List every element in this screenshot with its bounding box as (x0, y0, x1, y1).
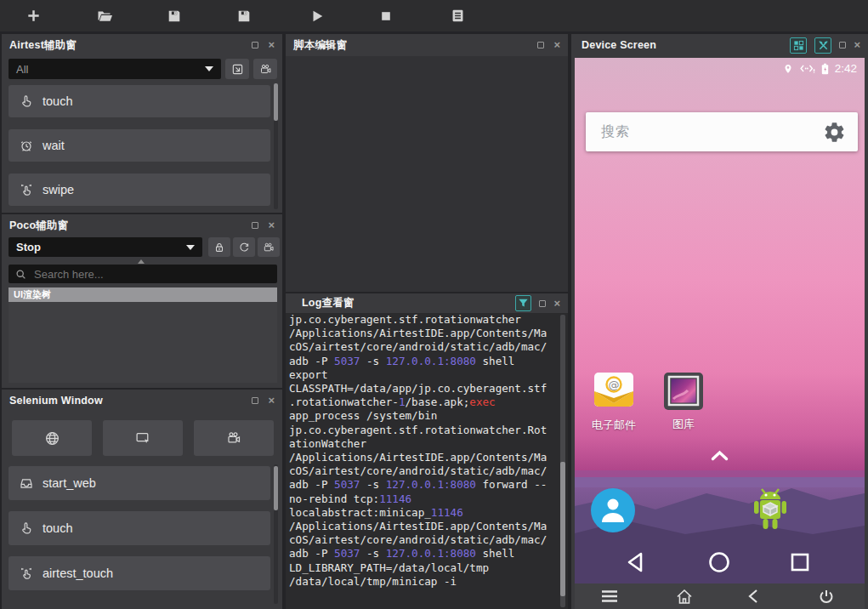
log-line: adb -P 5037 -s 127.0.0.1:8080 forward -- (289, 478, 558, 492)
selenium-action-touch[interactable]: touch (9, 511, 270, 545)
poco-mode-value: Stop (16, 241, 41, 253)
script-editor-title: 脚本编辑窗 (293, 38, 348, 53)
poco-panel-title: Poco辅助窗 (9, 219, 68, 233)
selenium-action-start-web[interactable]: start_web (9, 466, 270, 500)
new-script-button[interactable] (18, 3, 48, 29)
ui-tree-area[interactable] (9, 302, 277, 383)
gallery-app-icon (663, 372, 704, 411)
airtest-action-swipe[interactable]: swipe (9, 174, 270, 206)
log-filter-button[interactable] (515, 295, 531, 311)
app-label: 电子邮件 (584, 418, 644, 433)
app-email[interactable]: @ 电子邮件 (584, 371, 644, 433)
stop-script-button[interactable] (371, 3, 401, 29)
close-panel-icon[interactable]: × (553, 300, 560, 307)
log-line: .rotationwatcher-1/base.apk;exec (289, 396, 558, 409)
back-button[interactable] (747, 589, 759, 604)
save-button[interactable] (159, 3, 190, 29)
selenium-action-airtest-touch[interactable]: airtest_touch (9, 556, 270, 590)
device-search-widget[interactable]: 搜索 (586, 112, 858, 151)
poco-mode-dropdown[interactable]: Stop (9, 237, 202, 257)
search-icon (15, 269, 26, 280)
log-line: no-rebind tcp:11146 (289, 492, 558, 506)
snapshot-button[interactable] (225, 59, 249, 79)
home-button[interactable] (676, 589, 693, 605)
device-mirror-screen[interactable]: 2:42 搜索 @ 电子邮件 图库 (575, 58, 865, 583)
filter-funnel-icon (518, 298, 529, 309)
battery-icon (821, 63, 829, 75)
float-panel-icon[interactable] (252, 397, 258, 404)
airtest-record-button[interactable] (253, 59, 277, 79)
video-camera-icon (226, 430, 241, 446)
close-panel-icon[interactable]: × (268, 42, 275, 48)
app-gallery[interactable]: 图库 (654, 372, 713, 432)
poco-panel: Poco辅助窗 × Stop UI渲染树 (2, 214, 282, 388)
poco-refresh-button[interactable] (233, 237, 255, 257)
log-line: /data/local/tmp/minicap -i (289, 575, 558, 589)
airtest-list-scrollbar[interactable] (274, 83, 278, 209)
contacts-app-icon[interactable] (591, 488, 635, 532)
play-icon (309, 9, 325, 24)
android-back-button[interactable] (624, 550, 648, 574)
device-clock: 2:42 (835, 62, 857, 75)
touch-hand-icon (20, 94, 33, 108)
run-script-button[interactable] (302, 3, 332, 29)
close-panel-icon[interactable]: × (553, 42, 560, 48)
android-robot-icon[interactable] (750, 486, 791, 533)
airtest-panel-title: Airtest辅助窗 (9, 38, 77, 53)
float-panel-icon[interactable] (537, 42, 544, 48)
wait-clock-icon (20, 139, 33, 152)
airtest-action-label: wait (43, 139, 65, 152)
power-button[interactable] (819, 589, 834, 605)
touch-hand-icon (20, 521, 33, 535)
android-recents-button[interactable] (789, 551, 811, 573)
android-home-button[interactable] (707, 550, 731, 574)
airtest-action-touch[interactable]: touch (9, 85, 270, 117)
airtest-panel: Airtest辅助窗 × All touch wait swipe (2, 34, 282, 213)
script-editor-panel: 脚本编辑窗 × (286, 34, 568, 292)
poco-record-button[interactable] (258, 237, 280, 257)
plus-icon (26, 8, 42, 24)
selenium-panel-header: Selenium Window × (2, 390, 282, 412)
airtest-mode-dropdown[interactable]: All (9, 59, 221, 79)
log-line: export (289, 368, 558, 382)
selenium-browser-button[interactable] (12, 420, 92, 456)
gear-icon[interactable] (823, 121, 846, 144)
video-camera-icon (263, 242, 275, 253)
selenium-list-scrollbar[interactable] (274, 464, 278, 604)
selenium-panel: Selenium Window × start_web touch airtes… (2, 390, 282, 609)
float-panel-icon[interactable] (252, 42, 258, 48)
close-panel-icon[interactable]: × (854, 42, 860, 48)
close-panel-icon[interactable]: × (268, 222, 275, 229)
selenium-record-button[interactable] (194, 420, 274, 456)
script-editor-content[interactable] (286, 56, 568, 292)
log-line: /Applications/AirtestIDE.app/Contents/Ma (289, 451, 558, 464)
menu-button[interactable] (600, 589, 619, 604)
log-content[interactable]: jp.co.cyberagent.stf.rotationwatcher/App… (289, 313, 558, 609)
float-panel-icon[interactable] (839, 42, 846, 48)
selenium-inspect-button[interactable] (103, 420, 183, 456)
float-panel-icon[interactable] (539, 300, 546, 307)
view-report-button[interactable] (442, 3, 473, 29)
poco-search-box[interactable] (9, 265, 277, 283)
log-line: CLASSPATH=/data/app/jp.co.cyberagent.stf (289, 382, 558, 396)
poco-search-input[interactable] (34, 268, 238, 281)
device-layout-button[interactable] (790, 37, 807, 54)
device-tools-button[interactable] (814, 37, 831, 54)
swipe-hand-icon (20, 183, 33, 196)
log-scrollbar[interactable] (560, 315, 565, 607)
device-panel-title: Device Screen (582, 39, 656, 51)
poco-lock-button[interactable] (208, 237, 230, 257)
close-panel-icon[interactable]: × (268, 397, 275, 404)
app-drawer-chevron-icon[interactable] (711, 450, 729, 461)
log-line: localabstract:minicap_11146 (289, 506, 558, 520)
open-file-button[interactable] (89, 3, 120, 29)
splitter-caret-icon[interactable] (138, 259, 145, 264)
ui-tree-root-node[interactable]: UI渲染树 (9, 287, 277, 302)
save-as-button[interactable] (229, 3, 259, 29)
chevron-down-icon (205, 66, 213, 71)
airtest-mode-value: All (16, 63, 28, 76)
float-panel-icon[interactable] (252, 222, 258, 229)
airtest-action-label: swipe (43, 183, 74, 196)
log-line: adb -P 5037 -s 127.0.0.1:8080 shell (289, 355, 558, 368)
airtest-action-wait[interactable]: wait (9, 129, 270, 162)
